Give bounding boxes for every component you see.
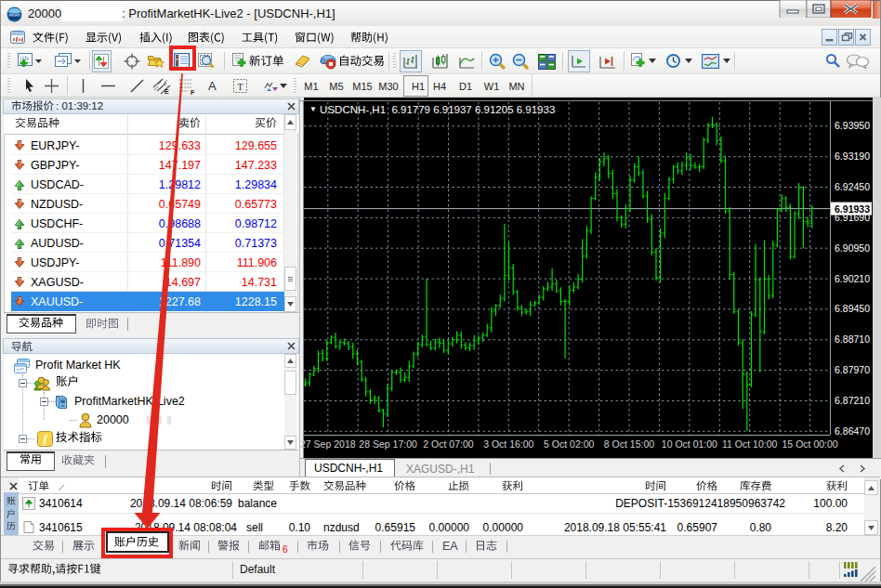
svg-text:E: E <box>164 88 169 95</box>
svg-text:PROFIT: PROFIT <box>9 14 20 18</box>
svg-text:T: T <box>237 82 243 92</box>
svg-text:F: F <box>191 89 195 96</box>
